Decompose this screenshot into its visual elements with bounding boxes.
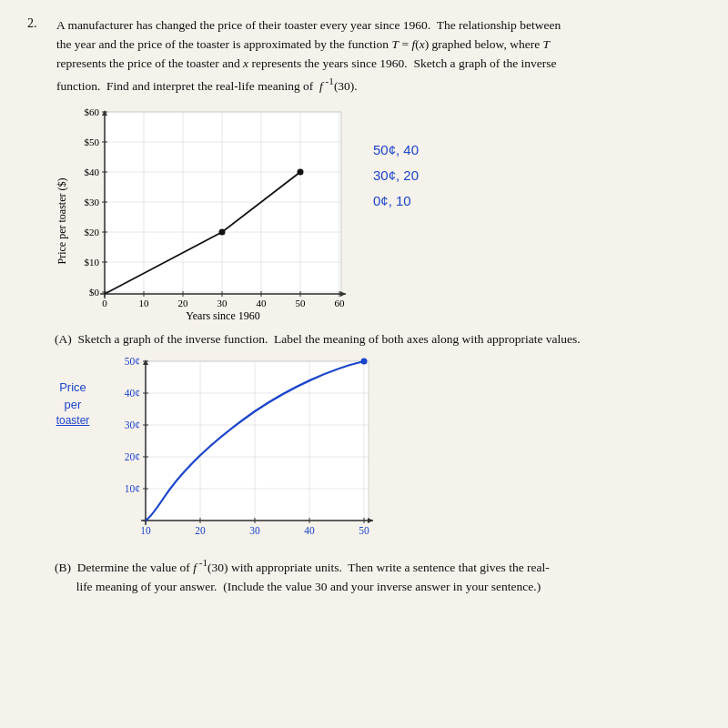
svg-text:20: 20 [178, 298, 189, 308]
chart-note-2: 30¢, 20 [373, 165, 419, 187]
main-chart: $60 $50 $40 $30 $20 $10 $0 0 10 20 30 40… [55, 103, 364, 321]
svg-rect-51 [146, 361, 369, 521]
part-a-letter: (A) [55, 332, 72, 346]
chart-notes: 50¢, 40 30¢, 20 0¢, 10 [373, 103, 419, 321]
part-b-letter: (B) [55, 561, 71, 574]
part-a-label: (A) Sketch a graph of the inverse functi… [55, 330, 701, 349]
svg-text:0: 0 [102, 298, 107, 308]
y-label-per: per [65, 397, 82, 413]
svg-marker-65 [368, 518, 373, 523]
svg-text:40¢: 40¢ [125, 388, 141, 399]
svg-point-88 [361, 359, 368, 365]
svg-point-49 [219, 229, 226, 236]
svg-text:50: 50 [359, 525, 369, 536]
svg-marker-17 [340, 291, 346, 297]
inverse-chart-area: Price per toaster [46, 352, 701, 548]
svg-text:Price per toaster ($): Price per toaster ($) [56, 178, 68, 265]
svg-text:$40: $40 [85, 167, 100, 177]
svg-text:30¢: 30¢ [125, 420, 141, 430]
svg-text:40: 40 [257, 298, 268, 308]
svg-point-50 [298, 169, 304, 176]
svg-text:Years since 1960: Years since 1960 [186, 309, 259, 321]
part-b-label: (B) Determine the value of f -1(30) with… [55, 555, 701, 596]
chart-area: $60 $50 $40 $30 $20 $10 $0 0 10 20 30 40… [55, 103, 701, 321]
chart-note-3: 0¢, 10 [373, 190, 419, 212]
question-text: A manufacturer has changed the price of … [56, 16, 561, 96]
svg-text:40: 40 [304, 525, 315, 536]
svg-text:50¢: 50¢ [125, 356, 141, 367]
svg-text:10¢: 10¢ [125, 483, 141, 494]
svg-text:10: 10 [140, 525, 151, 536]
svg-text:30: 30 [249, 525, 260, 536]
page: 2. A manufacturer has changed the price … [0, 0, 728, 728]
svg-text:$50: $50 [85, 136, 100, 147]
svg-text:$30: $30 [85, 197, 100, 207]
y-axis-side-label: Price per toaster [46, 352, 100, 428]
svg-text:20: 20 [195, 525, 206, 536]
svg-text:$20: $20 [85, 227, 100, 238]
chart-note-1: 50¢, 40 [373, 139, 419, 161]
y-label-toaster: toaster [56, 413, 90, 429]
svg-text:20¢: 20¢ [125, 451, 141, 462]
svg-text:10: 10 [139, 298, 150, 308]
question-number: 2. [27, 16, 46, 96]
svg-rect-0 [105, 112, 341, 294]
svg-text:50: 50 [296, 298, 307, 308]
question-header: 2. A manufacturer has changed the price … [27, 16, 701, 96]
svg-text:$10: $10 [85, 257, 100, 268]
y-label-price: Price [59, 379, 86, 396]
svg-text:$60: $60 [85, 106, 100, 117]
svg-text:$0: $0 [89, 287, 100, 298]
svg-text:30: 30 [217, 298, 228, 308]
inverse-chart: 50¢ 40¢ 30¢ 20¢ 10¢ 10 20 30 40 50 [100, 352, 391, 548]
svg-text:60: 60 [335, 298, 346, 308]
